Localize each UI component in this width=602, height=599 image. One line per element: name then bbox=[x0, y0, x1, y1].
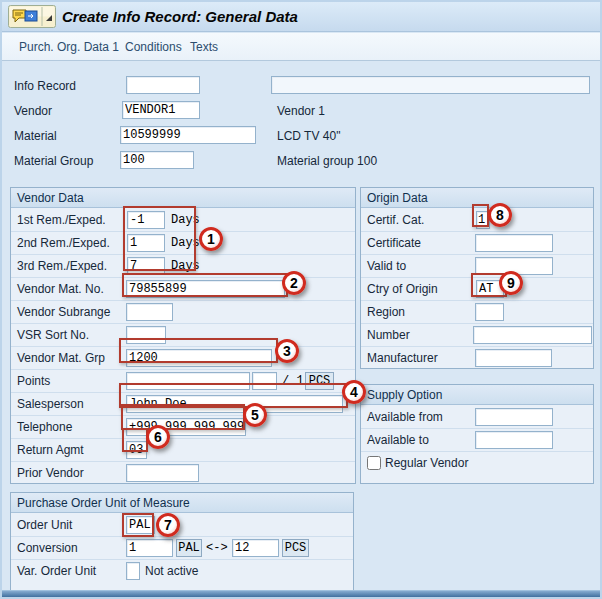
prior-vendor-input[interactable] bbox=[126, 464, 199, 482]
salesperson-input[interactable] bbox=[126, 395, 343, 413]
section-supply-option: Supply Option Available from Available t… bbox=[360, 384, 594, 484]
supply-option-title: Supply Option bbox=[361, 385, 593, 405]
region-input[interactable] bbox=[475, 303, 504, 321]
field-number: Number bbox=[361, 324, 593, 347]
order-unit-label: Order Unit bbox=[17, 518, 72, 532]
points-label: Points bbox=[17, 374, 50, 388]
conversion-label: Conversion bbox=[17, 541, 78, 555]
salesperson-label: Salesperson bbox=[17, 397, 84, 411]
region-label: Region bbox=[367, 305, 405, 319]
application-toolbar: Purch. Org. Data 1 Conditions Texts bbox=[2, 33, 600, 61]
certif-cat-input[interactable] bbox=[476, 211, 490, 229]
info-record-input[interactable] bbox=[126, 76, 200, 94]
vendor-subrange-input[interactable] bbox=[126, 303, 173, 321]
short-text-input[interactable] bbox=[271, 76, 590, 94]
conversion-unit2-box: PCS bbox=[282, 539, 309, 557]
field-telephone: Telephone bbox=[11, 416, 355, 439]
available-to-input[interactable] bbox=[475, 431, 553, 449]
available-from-label: Available from bbox=[367, 410, 443, 424]
number-label: Number bbox=[367, 328, 410, 342]
services-for-object-button[interactable] bbox=[8, 5, 56, 28]
points-separator: / 1 bbox=[282, 374, 304, 388]
field-certificate: Certificate bbox=[361, 232, 593, 255]
ctry-of-origin-label: Ctry of Origin bbox=[367, 282, 438, 296]
certificate-input[interactable] bbox=[475, 234, 553, 252]
info-record-label: Info Record bbox=[14, 79, 76, 93]
vendor-data-title: Vendor Data bbox=[11, 188, 355, 208]
vendor-mat-grp-label: Vendor Mat. Grp bbox=[17, 351, 105, 365]
field-conversion: Conversion PAL <-> PCS bbox=[11, 537, 353, 560]
window-bottom-edge bbox=[2, 590, 600, 597]
section-po-unit-of-measure: Purchase Order Unit of Measure Order Uni… bbox=[10, 492, 354, 592]
points-input[interactable] bbox=[126, 372, 250, 390]
vsr-sort-no-label: VSR Sort No. bbox=[17, 328, 89, 342]
origin-data-title: Origin Data bbox=[361, 188, 593, 208]
field-1st-rem-exped: 1st Rem./Exped. Days bbox=[11, 209, 355, 232]
services-for-object-icon bbox=[8, 5, 56, 28]
toolbar-item-conditions[interactable]: Conditions bbox=[125, 40, 182, 54]
valid-to-label: Valid to bbox=[367, 259, 406, 273]
field-available-from: Available from bbox=[361, 406, 593, 429]
toolbar-item-texts[interactable]: Texts bbox=[190, 40, 218, 54]
number-input[interactable] bbox=[473, 326, 592, 344]
telephone-label: Telephone bbox=[17, 420, 72, 434]
available-from-input[interactable] bbox=[475, 408, 553, 426]
field-vsr-sort-no: VSR Sort No. bbox=[11, 324, 355, 347]
points-unit-box: PCS bbox=[305, 372, 334, 390]
1st-rem-input[interactable] bbox=[127, 211, 165, 229]
toolbar-item-purch-org-data-1[interactable]: Purch. Org. Data 1 bbox=[19, 40, 119, 54]
section-origin-data: Origin Data Certif. Cat. Certificate Val… bbox=[360, 187, 594, 369]
sap-window: Create Info Record: General Data Purch. … bbox=[0, 0, 602, 599]
field-salesperson: Salesperson bbox=[11, 393, 355, 416]
conversion-value1-input[interactable] bbox=[126, 539, 173, 557]
material-label: Material bbox=[14, 129, 57, 143]
2nd-rem-unit: Days bbox=[171, 236, 200, 250]
field-manufacturer: Manufacturer bbox=[361, 347, 593, 370]
conversion-value2-input[interactable] bbox=[232, 539, 279, 557]
manufacturer-input[interactable] bbox=[475, 349, 552, 367]
field-certif-cat: Certif. Cat. bbox=[361, 209, 593, 232]
3rd-rem-input[interactable] bbox=[127, 257, 165, 275]
manufacturer-label: Manufacturer bbox=[367, 351, 438, 365]
field-points: Points / 1 PCS bbox=[11, 370, 355, 393]
2nd-rem-label: 2nd Rem./Exped. bbox=[17, 236, 110, 250]
section-vendor-data: Vendor Data 1st Rem./Exped. Days 2nd Rem… bbox=[10, 187, 356, 484]
conversion-arrow: <-> bbox=[206, 541, 228, 555]
points-base-input[interactable] bbox=[252, 372, 277, 390]
vendor-subrange-label: Vendor Subrange bbox=[17, 305, 110, 319]
var-order-unit-label: Var. Order Unit bbox=[17, 564, 96, 578]
order-unit-input[interactable] bbox=[126, 516, 155, 534]
conversion-unit1-box: PAL bbox=[176, 539, 202, 557]
3rd-rem-unit: Days bbox=[171, 259, 200, 273]
field-region: Region bbox=[361, 301, 593, 324]
field-ctry-of-origin: Ctry of Origin bbox=[361, 278, 593, 301]
telephone-input[interactable] bbox=[126, 418, 246, 436]
3rd-rem-label: 3rd Rem./Exped. bbox=[17, 259, 107, 273]
1st-rem-unit: Days bbox=[171, 213, 200, 227]
prior-vendor-label: Prior Vendor bbox=[17, 466, 84, 480]
vendor-input[interactable] bbox=[122, 101, 200, 119]
field-2nd-rem-exped: 2nd Rem./Exped. Days bbox=[11, 232, 355, 255]
field-3rd-rem-exped: 3rd Rem./Exped. Days bbox=[11, 255, 355, 278]
material-input[interactable] bbox=[120, 126, 256, 144]
regular-vendor-checkbox[interactable] bbox=[367, 456, 381, 470]
valid-to-input[interactable] bbox=[475, 257, 553, 275]
var-order-unit-input[interactable] bbox=[126, 562, 140, 580]
material-group-label: Material Group bbox=[14, 154, 93, 168]
vendor-mat-no-input[interactable] bbox=[126, 280, 285, 298]
return-agmt-input[interactable] bbox=[126, 441, 147, 459]
certificate-label: Certificate bbox=[367, 236, 421, 250]
material-group-description: Material group 100 bbox=[277, 154, 377, 168]
regular-vendor-label: Regular Vendor bbox=[385, 456, 468, 470]
2nd-rem-input[interactable] bbox=[127, 234, 165, 252]
field-regular-vendor: Regular Vendor bbox=[361, 452, 593, 475]
vsr-sort-no-input[interactable] bbox=[126, 326, 166, 344]
vendor-description: Vendor 1 bbox=[277, 104, 325, 118]
vendor-mat-grp-input[interactable] bbox=[126, 349, 272, 367]
return-agmt-label: Return Agmt bbox=[17, 443, 84, 457]
material-group-input[interactable] bbox=[120, 151, 194, 169]
certif-cat-label: Certif. Cat. bbox=[367, 213, 424, 227]
ctry-of-origin-input[interactable] bbox=[476, 280, 504, 298]
vendor-label: Vendor bbox=[14, 104, 52, 118]
available-to-label: Available to bbox=[367, 433, 429, 447]
